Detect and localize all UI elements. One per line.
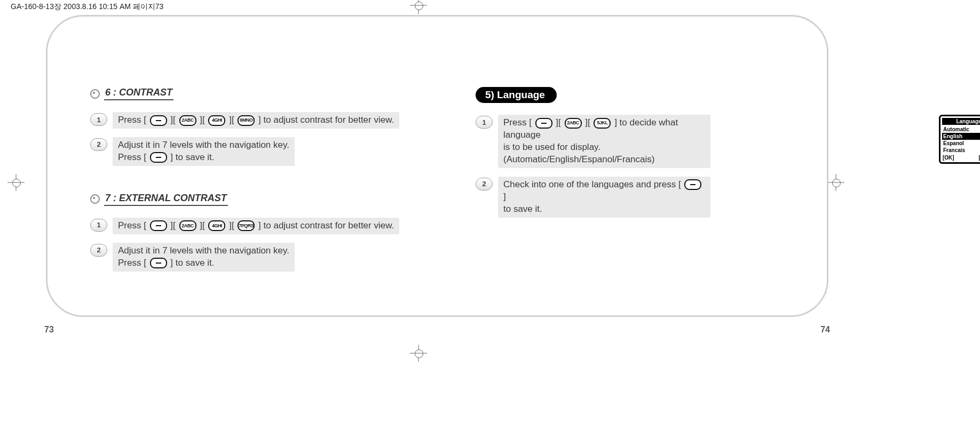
page-number-right: 74 [820,325,830,335]
key-5-icon: 5JKL [594,118,611,129]
step-text: Press [ ][ 2ABC ][ 5JKL ] to decide what… [498,115,710,168]
key-2-icon: 2ABC [179,115,196,126]
language-heading: 5) Language [476,87,557,103]
step-badge: 2 [90,244,107,257]
step-text: Press [ ][ 2ABC ][ 4GHI ][ 6MNO ] to adj… [113,112,399,129]
key-2-icon: 2ABC [179,220,196,231]
cropmark-right-icon [827,174,844,191]
key-2-icon: 2ABC [565,118,582,129]
section-7-title: 7 : EXTERNAL CONTRAST [104,193,228,206]
cropmark-bottom-icon [410,345,427,362]
menu-key-icon [150,115,167,126]
key-4-icon: 4GHI [208,115,225,126]
phone-screen-illustration: Language Automatic English Espanol Franc… [939,115,980,164]
step-badge: 2 [476,178,493,190]
step-badge: 1 [476,116,493,129]
step-badge: 1 [90,113,107,126]
key-7-icon: 7PQRS [238,220,255,231]
menu-key-icon [150,152,167,163]
step-badge: 2 [90,138,107,151]
menu-key-icon [684,179,701,190]
menu-key-icon [535,118,552,129]
menu-key-icon [150,220,167,231]
page-spread: 73 74 6 : CONTRAST 1 Press [ ][ 2ABC ][ … [46,15,828,317]
lang-option-francais: Francais [942,147,980,154]
step-text: Adjust it in 7 levels with the navigatio… [113,243,295,272]
step-badge: 1 [90,219,107,232]
section-bullet-icon [90,194,100,204]
menu-key-icon [150,258,167,268]
step-text: Adjust it in 7 levels with the navigatio… [113,137,295,166]
lang-option-espanol: Espanol [942,140,980,147]
phone-title: Language [942,118,980,125]
step-text: Check into one of the languages and pres… [498,177,710,218]
page-number-left: 73 [44,325,54,335]
cropmark-top-icon [410,0,427,14]
softkey-ok: [OK] [943,155,954,161]
step-text: Press [ ][ 2ABC ][ 4GHI ][ 7PQRS ] to ad… [113,218,399,234]
lang-option-english: English [942,133,980,140]
key-4-icon: 4GHI [208,220,225,231]
lang-option-automatic: Automatic [942,126,980,133]
document-meta-text: GA-160-8-13장 2003.8.16 10:15 AM 페이지73 [11,2,163,12]
section-bullet-icon [90,89,100,99]
key-6-icon: 6MNO [238,115,255,126]
section-6-title: 6 : CONTRAST [104,87,173,100]
cropmark-left-icon [7,174,25,191]
